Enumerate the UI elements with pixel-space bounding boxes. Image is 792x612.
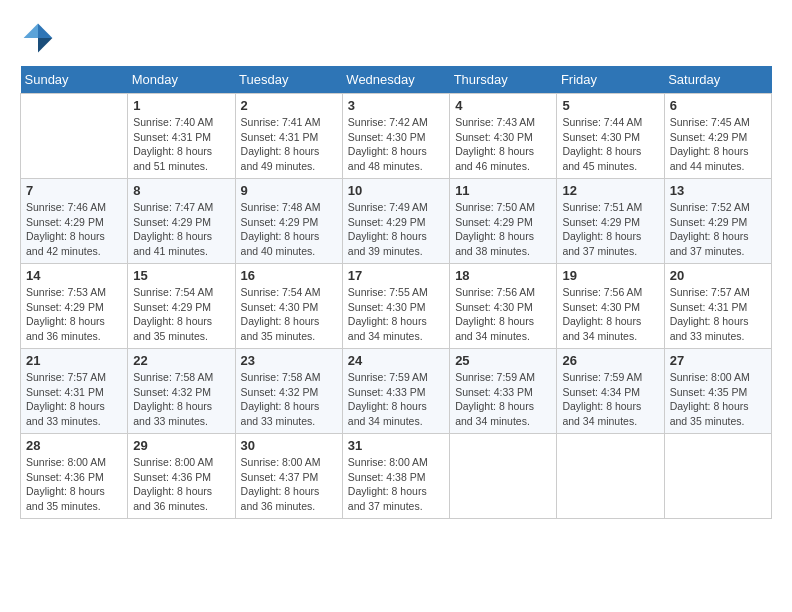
calendar-week-4: 21Sunrise: 7:57 AM Sunset: 4:31 PM Dayli… — [21, 349, 772, 434]
day-info: Sunrise: 7:52 AM Sunset: 4:29 PM Dayligh… — [670, 200, 766, 259]
calendar-cell: 26Sunrise: 7:59 AM Sunset: 4:34 PM Dayli… — [557, 349, 664, 434]
day-number: 12 — [562, 183, 658, 198]
calendar-cell: 5Sunrise: 7:44 AM Sunset: 4:30 PM Daylig… — [557, 94, 664, 179]
calendar-cell: 9Sunrise: 7:48 AM Sunset: 4:29 PM Daylig… — [235, 179, 342, 264]
day-number: 13 — [670, 183, 766, 198]
day-number: 3 — [348, 98, 444, 113]
calendar-cell: 21Sunrise: 7:57 AM Sunset: 4:31 PM Dayli… — [21, 349, 128, 434]
day-info: Sunrise: 8:00 AM Sunset: 4:35 PM Dayligh… — [670, 370, 766, 429]
logo-icon — [20, 20, 56, 56]
calendar-cell: 22Sunrise: 7:58 AM Sunset: 4:32 PM Dayli… — [128, 349, 235, 434]
day-info: Sunrise: 8:00 AM Sunset: 4:37 PM Dayligh… — [241, 455, 337, 514]
calendar-cell: 12Sunrise: 7:51 AM Sunset: 4:29 PM Dayli… — [557, 179, 664, 264]
day-info: Sunrise: 7:59 AM Sunset: 4:33 PM Dayligh… — [455, 370, 551, 429]
day-number: 17 — [348, 268, 444, 283]
day-number: 22 — [133, 353, 229, 368]
calendar-cell — [21, 94, 128, 179]
day-info: Sunrise: 7:57 AM Sunset: 4:31 PM Dayligh… — [26, 370, 122, 429]
calendar-cell: 30Sunrise: 8:00 AM Sunset: 4:37 PM Dayli… — [235, 434, 342, 519]
day-number: 6 — [670, 98, 766, 113]
calendar-cell: 3Sunrise: 7:42 AM Sunset: 4:30 PM Daylig… — [342, 94, 449, 179]
svg-marker-2 — [24, 24, 38, 38]
calendar-cell: 18Sunrise: 7:56 AM Sunset: 4:30 PM Dayli… — [450, 264, 557, 349]
day-info: Sunrise: 7:58 AM Sunset: 4:32 PM Dayligh… — [241, 370, 337, 429]
calendar-cell: 17Sunrise: 7:55 AM Sunset: 4:30 PM Dayli… — [342, 264, 449, 349]
day-number: 11 — [455, 183, 551, 198]
calendar-cell: 23Sunrise: 7:58 AM Sunset: 4:32 PM Dayli… — [235, 349, 342, 434]
calendar-cell: 1Sunrise: 7:40 AM Sunset: 4:31 PM Daylig… — [128, 94, 235, 179]
day-number: 26 — [562, 353, 658, 368]
day-number: 7 — [26, 183, 122, 198]
calendar-cell: 31Sunrise: 8:00 AM Sunset: 4:38 PM Dayli… — [342, 434, 449, 519]
calendar-cell: 25Sunrise: 7:59 AM Sunset: 4:33 PM Dayli… — [450, 349, 557, 434]
day-number: 1 — [133, 98, 229, 113]
calendar-cell — [664, 434, 771, 519]
day-number: 20 — [670, 268, 766, 283]
weekday-header-thursday: Thursday — [450, 66, 557, 94]
calendar-cell: 11Sunrise: 7:50 AM Sunset: 4:29 PM Dayli… — [450, 179, 557, 264]
calendar-cell: 4Sunrise: 7:43 AM Sunset: 4:30 PM Daylig… — [450, 94, 557, 179]
calendar-cell: 15Sunrise: 7:54 AM Sunset: 4:29 PM Dayli… — [128, 264, 235, 349]
calendar-cell: 14Sunrise: 7:53 AM Sunset: 4:29 PM Dayli… — [21, 264, 128, 349]
day-number: 15 — [133, 268, 229, 283]
day-info: Sunrise: 8:00 AM Sunset: 4:36 PM Dayligh… — [26, 455, 122, 514]
day-info: Sunrise: 7:58 AM Sunset: 4:32 PM Dayligh… — [133, 370, 229, 429]
calendar-cell: 28Sunrise: 8:00 AM Sunset: 4:36 PM Dayli… — [21, 434, 128, 519]
day-info: Sunrise: 7:43 AM Sunset: 4:30 PM Dayligh… — [455, 115, 551, 174]
weekday-header-row: SundayMondayTuesdayWednesdayThursdayFrid… — [21, 66, 772, 94]
weekday-header-monday: Monday — [128, 66, 235, 94]
weekday-header-wednesday: Wednesday — [342, 66, 449, 94]
calendar-cell: 2Sunrise: 7:41 AM Sunset: 4:31 PM Daylig… — [235, 94, 342, 179]
day-info: Sunrise: 7:50 AM Sunset: 4:29 PM Dayligh… — [455, 200, 551, 259]
svg-marker-1 — [38, 38, 52, 52]
calendar-cell: 24Sunrise: 7:59 AM Sunset: 4:33 PM Dayli… — [342, 349, 449, 434]
day-number: 8 — [133, 183, 229, 198]
day-info: Sunrise: 7:51 AM Sunset: 4:29 PM Dayligh… — [562, 200, 658, 259]
day-number: 31 — [348, 438, 444, 453]
day-info: Sunrise: 7:54 AM Sunset: 4:29 PM Dayligh… — [133, 285, 229, 344]
calendar-cell: 8Sunrise: 7:47 AM Sunset: 4:29 PM Daylig… — [128, 179, 235, 264]
day-number: 27 — [670, 353, 766, 368]
day-info: Sunrise: 7:44 AM Sunset: 4:30 PM Dayligh… — [562, 115, 658, 174]
calendar-cell: 20Sunrise: 7:57 AM Sunset: 4:31 PM Dayli… — [664, 264, 771, 349]
day-info: Sunrise: 7:53 AM Sunset: 4:29 PM Dayligh… — [26, 285, 122, 344]
day-info: Sunrise: 7:57 AM Sunset: 4:31 PM Dayligh… — [670, 285, 766, 344]
weekday-header-tuesday: Tuesday — [235, 66, 342, 94]
day-info: Sunrise: 7:40 AM Sunset: 4:31 PM Dayligh… — [133, 115, 229, 174]
day-info: Sunrise: 7:56 AM Sunset: 4:30 PM Dayligh… — [562, 285, 658, 344]
calendar-cell: 7Sunrise: 7:46 AM Sunset: 4:29 PM Daylig… — [21, 179, 128, 264]
day-number: 19 — [562, 268, 658, 283]
day-info: Sunrise: 8:00 AM Sunset: 4:36 PM Dayligh… — [133, 455, 229, 514]
day-number: 9 — [241, 183, 337, 198]
day-number: 5 — [562, 98, 658, 113]
day-info: Sunrise: 7:42 AM Sunset: 4:30 PM Dayligh… — [348, 115, 444, 174]
day-number: 2 — [241, 98, 337, 113]
day-number: 10 — [348, 183, 444, 198]
day-number: 28 — [26, 438, 122, 453]
calendar-cell: 19Sunrise: 7:56 AM Sunset: 4:30 PM Dayli… — [557, 264, 664, 349]
day-info: Sunrise: 7:56 AM Sunset: 4:30 PM Dayligh… — [455, 285, 551, 344]
weekday-header-friday: Friday — [557, 66, 664, 94]
day-info: Sunrise: 7:46 AM Sunset: 4:29 PM Dayligh… — [26, 200, 122, 259]
calendar-cell: 27Sunrise: 8:00 AM Sunset: 4:35 PM Dayli… — [664, 349, 771, 434]
day-info: Sunrise: 7:55 AM Sunset: 4:30 PM Dayligh… — [348, 285, 444, 344]
calendar-cell: 16Sunrise: 7:54 AM Sunset: 4:30 PM Dayli… — [235, 264, 342, 349]
day-number: 29 — [133, 438, 229, 453]
day-info: Sunrise: 7:41 AM Sunset: 4:31 PM Dayligh… — [241, 115, 337, 174]
day-info: Sunrise: 7:48 AM Sunset: 4:29 PM Dayligh… — [241, 200, 337, 259]
day-info: Sunrise: 7:47 AM Sunset: 4:29 PM Dayligh… — [133, 200, 229, 259]
day-number: 24 — [348, 353, 444, 368]
weekday-header-saturday: Saturday — [664, 66, 771, 94]
calendar-cell: 13Sunrise: 7:52 AM Sunset: 4:29 PM Dayli… — [664, 179, 771, 264]
calendar-table: SundayMondayTuesdayWednesdayThursdayFrid… — [20, 66, 772, 519]
calendar-week-5: 28Sunrise: 8:00 AM Sunset: 4:36 PM Dayli… — [21, 434, 772, 519]
day-info: Sunrise: 7:59 AM Sunset: 4:34 PM Dayligh… — [562, 370, 658, 429]
svg-marker-0 — [38, 24, 52, 38]
day-info: Sunrise: 7:59 AM Sunset: 4:33 PM Dayligh… — [348, 370, 444, 429]
calendar-week-3: 14Sunrise: 7:53 AM Sunset: 4:29 PM Dayli… — [21, 264, 772, 349]
day-info: Sunrise: 7:45 AM Sunset: 4:29 PM Dayligh… — [670, 115, 766, 174]
day-number: 18 — [455, 268, 551, 283]
calendar-cell: 10Sunrise: 7:49 AM Sunset: 4:29 PM Dayli… — [342, 179, 449, 264]
weekday-header-sunday: Sunday — [21, 66, 128, 94]
calendar-cell: 29Sunrise: 8:00 AM Sunset: 4:36 PM Dayli… — [128, 434, 235, 519]
